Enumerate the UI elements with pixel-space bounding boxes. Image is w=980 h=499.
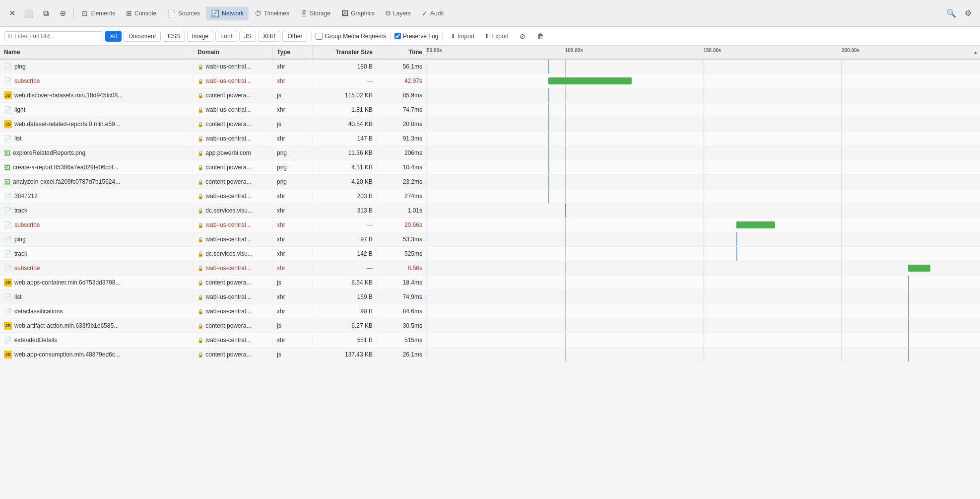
waterfall-dot — [548, 132, 549, 145]
group-media-text: Group Media Requests — [325, 33, 386, 40]
tab-layers[interactable]: ⧉ Layers — [381, 6, 416, 20]
toolbar: ✕ ⬜ ⧉ ⊕ ⊡ Elements ⊞ Console 📄 Sources 🔄… — [0, 0, 980, 27]
table-row[interactable]: 📄 3847212 🔒 wabi-us-central... xhr203 B2… — [0, 189, 980, 204]
filter-font[interactable]: Font — [215, 31, 237, 42]
cell-name: JS web.discover-datasets.min.18d945fc08.… — [0, 89, 194, 101]
table-row[interactable]: JS web.app-consumption.min.48879ed6c... … — [0, 348, 980, 362]
header-name[interactable]: Name — [0, 46, 194, 59]
tab-storage-label: Storage — [310, 10, 330, 17]
waterfall-line-75 — [842, 74, 842, 88]
tab-layers-label: Layers — [393, 10, 411, 17]
sources-icon: 📄 — [167, 9, 176, 17]
cell-type: png — [273, 147, 313, 158]
row-name: web.apps-container.min.6d753dd3798... — [14, 279, 121, 286]
table-row[interactable]: 📄 track 🔒 dc.services.visu... xhr142 B52… — [0, 247, 980, 261]
clear-log-button[interactable]: 🗑 — [532, 28, 548, 44]
network-table[interactable]: Name Domain Type Transfer Size Time 50.0… — [0, 46, 980, 499]
header-transfer-size[interactable]: Transfer Size — [313, 46, 377, 59]
cell-size: 203 B — [313, 191, 377, 202]
tab-elements[interactable]: ⊡ Elements — [77, 6, 120, 20]
table-row[interactable]: 🖼 exploreRelatedReports.png 🔒 app.powerb… — [0, 146, 980, 160]
waterfall-dot — [908, 348, 909, 361]
waterfall-line-75 — [842, 232, 842, 246]
table-row[interactable]: 📄 subscribe 🔒 wabi-us-central... xhr—8.5… — [0, 261, 980, 276]
filter-image[interactable]: Image — [187, 31, 213, 42]
tab-console[interactable]: ⊞ Console — [121, 6, 161, 20]
waterfall-line-25 — [565, 247, 566, 261]
search-button[interactable]: 🔍 — [943, 5, 959, 21]
detach-button[interactable]: ⧉ — [38, 5, 54, 21]
waterfall-tick-100: 100.00s — [565, 48, 583, 53]
waterfall-line-0 — [427, 146, 427, 160]
waterfall-line-0 — [427, 74, 427, 88]
table-row[interactable]: JS web.dataset-related-reports.0.min.e59… — [0, 117, 980, 132]
cell-size: 4.20 KB — [313, 176, 377, 187]
table-row[interactable]: 📄 subscribe 🔒 wabi-us-central... xhr—42.… — [0, 74, 980, 88]
doc-icon: 📄 — [4, 63, 12, 71]
table-row[interactable]: JS web.artifact-action.min.633f9b1e6585.… — [0, 319, 980, 333]
tab-network[interactable]: 🔄 Network — [206, 6, 249, 20]
waterfall-line-75 — [842, 218, 842, 232]
import-button[interactable]: ⬇ Import — [447, 31, 478, 41]
table-row[interactable]: JS web.apps-container.min.6d753dd3798...… — [0, 276, 980, 290]
table-row[interactable]: 📄 ping 🔒 wabi-us-central... xhr180 B56.1… — [0, 60, 980, 74]
table-row[interactable]: 🖼 analyzeIn-excel.fa209fc0787d7b15624...… — [0, 175, 980, 189]
table-row[interactable]: 📄 extendedDetails 🔒 wabi-us-central... x… — [0, 333, 980, 348]
row-name: web.app-consumption.min.48879ed6c... — [14, 351, 120, 358]
cell-name: JS web.artifact-action.min.633f9b1e6585.… — [0, 320, 194, 332]
cell-name: 📄 subscribe — [0, 75, 194, 87]
cell-name: 📄 subscribe — [0, 263, 194, 274]
close-button[interactable]: ✕ — [4, 5, 20, 21]
waterfall-line-75 — [842, 160, 842, 174]
cell-name: 📄 3847212 — [0, 191, 194, 202]
header-domain[interactable]: Domain — [194, 46, 273, 59]
table-row[interactable]: 📄 subscribe 🔒 wabi-us-central... xhr—20.… — [0, 218, 980, 232]
header-time[interactable]: Time — [377, 46, 427, 59]
domain-text: wabi-us-central... — [205, 236, 251, 243]
table-row[interactable]: 📄 list 🔒 wabi-us-central... xhr169 B74.9… — [0, 290, 980, 304]
doc-icon: 📄 — [4, 135, 12, 143]
waterfall-line-50 — [704, 232, 704, 246]
dock-button[interactable]: ⬜ — [21, 5, 37, 21]
filter-xhr[interactable]: XHR — [258, 31, 280, 42]
preserve-log-text: Preserve Log — [403, 33, 438, 40]
filter-other[interactable]: Other — [282, 31, 307, 42]
filter-all[interactable]: All — [105, 31, 122, 42]
filter-js[interactable]: JS — [239, 31, 256, 42]
tab-graphics[interactable]: 🖼 Graphics — [336, 6, 380, 20]
target-button[interactable]: ⊕ — [55, 5, 70, 21]
filter-document[interactable]: Document — [124, 31, 161, 42]
group-media-checkbox[interactable] — [316, 33, 323, 40]
tab-storage[interactable]: 🗄 Storage — [295, 6, 335, 20]
preserve-log-checkbox[interactable] — [394, 33, 401, 39]
lock-icon: 🔒 — [197, 294, 203, 300]
table-row[interactable]: JS web.discover-datasets.min.18d945fc08.… — [0, 88, 980, 103]
domain-text: wabi-us-central... — [205, 193, 251, 200]
cell-size: — — [313, 75, 377, 86]
waterfall-line-75 — [842, 103, 842, 117]
settings-button[interactable]: ⚙ — [960, 5, 976, 21]
tab-timelines[interactable]: ⏱ Timelines — [250, 6, 294, 20]
tab-audit[interactable]: ✓ Audit — [417, 6, 449, 20]
filter-input[interactable] — [14, 33, 100, 40]
export-button[interactable]: ⬆ Export — [480, 31, 513, 41]
elements-icon: ⊡ — [82, 9, 88, 17]
header-waterfall[interactable]: 50.00s 100.00s 150.00s 200.00s ▲ — [427, 46, 980, 59]
table-row[interactable]: 📄 dataclassifications 🔒 wabi-us-central.… — [0, 304, 980, 319]
lock-icon: 🔒 — [197, 136, 203, 142]
table-row[interactable]: 📄 light 🔒 wabi-us-central... xhr1.81 KB7… — [0, 103, 980, 117]
table-row[interactable]: 📄 list 🔒 wabi-us-central... xhr147 B91.3… — [0, 132, 980, 146]
tab-sources[interactable]: 📄 Sources — [162, 6, 205, 20]
header-type[interactable]: Type — [273, 46, 313, 59]
table-row[interactable]: 🖼 create-a-report.85386a7ea029fe06cbf...… — [0, 160, 980, 175]
table-row[interactable]: 📄 track 🔒 dc.services.visu... xhr313 B1.… — [0, 204, 980, 218]
waterfall-bar — [548, 77, 631, 84]
table-row[interactable]: 📄 ping 🔒 wabi-us-central... xhr97 B53.3m… — [0, 232, 980, 247]
waterfall-collapse-icon[interactable]: ▲ — [973, 50, 978, 55]
clear-filter-button[interactable]: ⊘ — [515, 28, 530, 44]
cell-type: png — [273, 162, 313, 173]
waterfall-dot — [548, 146, 549, 160]
lock-icon: 🔒 — [197, 64, 203, 70]
cell-time: 30.5ms — [377, 320, 427, 331]
filter-css[interactable]: CSS — [163, 31, 185, 42]
